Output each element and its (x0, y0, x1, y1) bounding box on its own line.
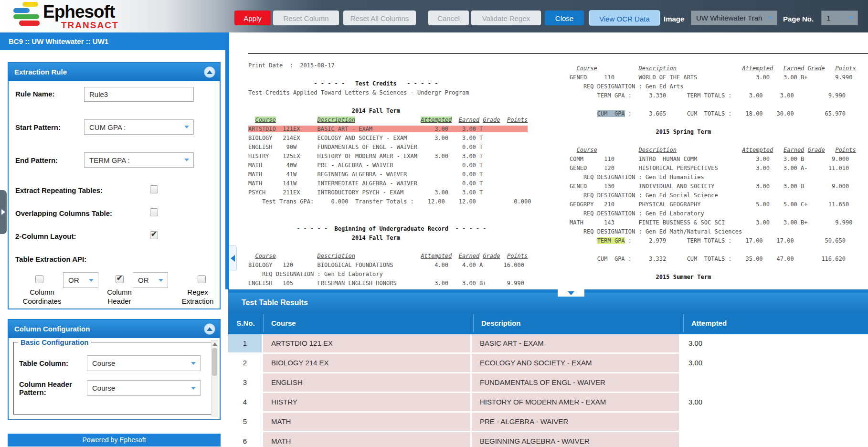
sidebar-collapse-handle[interactable] (229, 245, 237, 271)
doc-line: MATH 143 FINITE BUSINESS & SOC SCI 3.00 … (570, 219, 856, 228)
apply-button[interactable]: Apply (234, 11, 271, 25)
rule-name-label: Rule Name: (15, 90, 55, 98)
cell-course: HISTRY (263, 393, 472, 413)
doc-text: : 2.979 TERM TOTALS : 17.00 17.00 50.650 (625, 237, 846, 244)
doc-line: REQ DESIGNATION : Gen Ed Humanities (570, 174, 856, 183)
cell-description: PRE - ALGEBRA - WAIVER (472, 413, 680, 432)
cell-course: MATH (263, 432, 472, 447)
doc-text: Earned (459, 253, 479, 259)
document-top-rule (248, 53, 868, 54)
extraction-rule-header: Extraction Rule (9, 63, 220, 81)
panel-expand-tab[interactable] (0, 190, 7, 234)
doc-text: GENED 120 HISTORICAL PERSPECTIVES 3.00 3… (570, 165, 849, 171)
page-select[interactable]: 1 (821, 11, 858, 25)
doc-line: Course Description Attempted Earned Grad… (570, 65, 856, 74)
table-row[interactable]: 5MATHPRE - ALGEBRA - WAIVER (228, 413, 868, 432)
table-row[interactable]: 3ENGLISHFUNDAMENTALS OF ENGL - WAIVER (228, 373, 868, 393)
doc-text: Attempted (421, 253, 452, 259)
api-or-select-2[interactable]: OR (133, 272, 168, 288)
column-header-pattern-select[interactable]: Course (87, 380, 201, 396)
results-collapse-button[interactable] (558, 289, 584, 297)
scrollbar-thumb[interactable] (212, 348, 217, 376)
doc-text: 2014 Fall Term (248, 107, 400, 114)
extract-repeating-tables-checkbox[interactable] (150, 185, 158, 193)
column-header-pattern-label: Column Header Pattern: (19, 380, 84, 396)
two-column-layout-checkbox[interactable] (150, 231, 158, 239)
results-rows: 1ARTSTDIO 121 EXBASIC ART - EXAM3.002BIO… (228, 334, 868, 447)
doc-line (248, 244, 531, 253)
table-column-select[interactable]: Course (87, 355, 201, 371)
api-or-select-1[interactable]: OR (63, 272, 98, 288)
cancel-button[interactable]: Cancel (428, 11, 469, 25)
rule-name-value: Rule3 (89, 90, 108, 98)
start-pattern-select[interactable]: CUM GPA : (84, 119, 194, 135)
doc-text: PSYCH 211EX INTRODUCTORY PSYCH - EXAM 3.… (248, 189, 483, 196)
rule-name-field[interactable]: Rule3 (84, 87, 194, 102)
doc-highlight-green: Attempted (421, 117, 452, 123)
doc-text: CUM GPA : 3.332 CUM TOTALS : 35.00 47.00… (570, 255, 846, 262)
doc-text: - - - - - Test Credits - - - - - (248, 80, 438, 87)
collapse-panel-button[interactable] (204, 323, 215, 335)
doc-text: Grade (483, 117, 500, 123)
doc-text: : 3.665 CUM TOTALS : 18.00 30.00 65.970 (625, 110, 846, 117)
cell-description: BASIC ART - EXAM (472, 334, 680, 354)
column-coordinates-checkbox[interactable] (35, 275, 43, 283)
validate-regex-button[interactable]: Validate Regex (471, 11, 541, 25)
doc-line: CUM GPA : 3.665 CUM TOTALS : 18.00 30.00… (570, 110, 856, 119)
doc-text: REQ DESIGNATION : Gen Ed Social Science (570, 192, 718, 199)
doc-line: CUM GPA : 3.332 CUM TOTALS : 35.00 47.00… (570, 255, 856, 265)
regex-extraction-checkbox[interactable] (198, 275, 206, 283)
test-table-results-panel: Test Table Results S.No. Course Descript… (228, 289, 868, 447)
table-row[interactable]: 2BIOLOGY 214 EXECOLOGY AND SOCIETY - EXA… (228, 354, 868, 373)
doc-text: Earned (459, 117, 479, 123)
column-separator (473, 314, 474, 332)
doc-text (677, 147, 742, 153)
table-row[interactable]: 6MATHBEGINNING ALGEBRA - WAIVER (228, 432, 868, 447)
image-label: Image (664, 15, 684, 23)
doc-line (248, 216, 531, 225)
doc-text (355, 253, 421, 259)
overlapping-columns-table-checkbox[interactable] (150, 208, 158, 216)
doc-line: ENGLISH 90W FUNDAMENTALS OF ENGL - WAIVE… (248, 144, 531, 153)
cell-attempted: 3.00 (680, 334, 868, 354)
end-pattern-select[interactable]: TERM GPA : (84, 152, 194, 168)
close-button[interactable]: Close (545, 11, 584, 25)
sidebar-splitter[interactable] (225, 32, 229, 289)
doc-line: REQ DESIGNATION : Gen Ed Laboratory (570, 210, 856, 219)
column-separator (263, 314, 264, 332)
doc-text (825, 147, 836, 153)
reset-all-columns-button[interactable]: Reset All Columns (343, 11, 416, 25)
image-select[interactable]: UW Whitewater Tran (691, 11, 777, 25)
cell-attempted: 3.00 (680, 393, 868, 413)
panel-title: Extraction Rule (14, 63, 67, 81)
chevron-left-icon (231, 255, 235, 262)
image-select-value: UW Whitewater Tran (696, 14, 762, 22)
column-header-checkbox[interactable] (116, 275, 124, 283)
results-header-row: S.No. Course Description Attempted (228, 312, 868, 334)
panel-scrollbar[interactable] (211, 340, 218, 416)
doc-text: GENED 110 WORLD OF THE ARTS 3.00 3.00 B+… (570, 74, 852, 81)
cell-description: FUNDAMENTALS OF ENGL - WAIVER (472, 373, 680, 393)
or-value: OR (68, 276, 79, 284)
table-row[interactable]: 4HISTRYHISTORY OF MODERN AMER - EXAM3.00 (228, 393, 868, 413)
start-pattern-value: CUM GPA : (89, 123, 126, 131)
doc-text (773, 65, 783, 72)
logo-bar-green (13, 14, 39, 19)
collapse-panel-button[interactable] (204, 66, 215, 78)
reset-column-button[interactable]: Reset Column (273, 11, 339, 25)
doc-line (248, 207, 531, 216)
doc-text: MATH 143 FINITE BUSINESS & SOC SCI 3.00 … (570, 219, 852, 226)
results-splitter[interactable] (228, 289, 868, 293)
cell-course: BIOLOGY 214 EX (263, 354, 472, 373)
doc-text (677, 65, 742, 72)
table-row[interactable]: 1ARTSTDIO 121 EXBASIC ART - EXAM3.00 (228, 334, 868, 354)
doc-text (452, 253, 458, 259)
cell-course: ARTSTDIO 121 EX (263, 334, 472, 354)
doc-line: Test Trans GPA: 0.000 Transfer Totals : … (248, 198, 531, 207)
doc-text: Earned (783, 65, 804, 72)
doc-text (276, 117, 318, 123)
cell-attempted (680, 413, 868, 432)
column-separator (683, 314, 684, 332)
doc-text (248, 117, 255, 123)
view-ocr-data-button[interactable]: View OCR Data (589, 11, 660, 25)
